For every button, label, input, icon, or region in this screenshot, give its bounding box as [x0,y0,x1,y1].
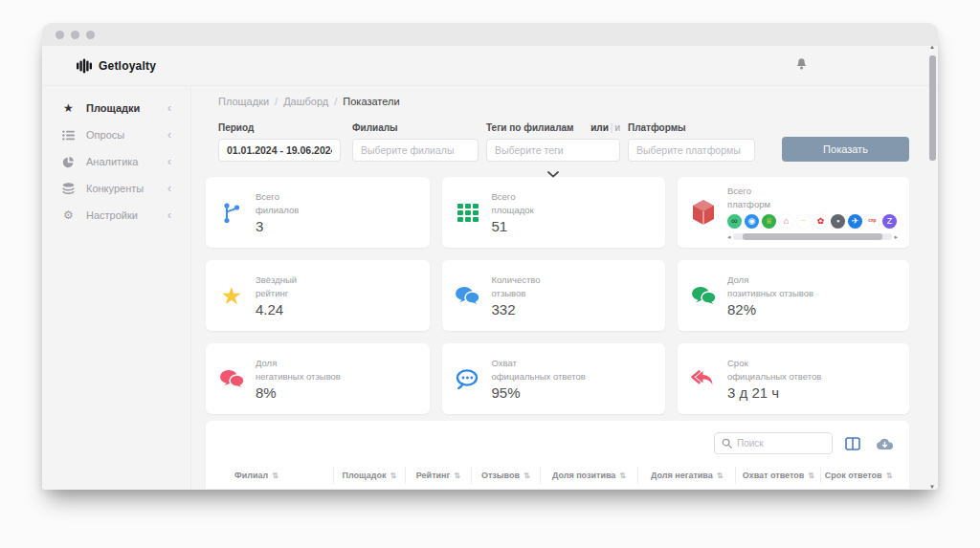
columns-settings-button[interactable] [841,433,864,454]
window-dot[interactable] [86,31,95,39]
sort-icon: ⇅ [390,471,396,480]
list-icon [61,130,76,141]
search-icon [722,435,732,452]
brand-logo[interactable]: Getloyalty [77,58,156,74]
tags-select[interactable] [486,139,620,162]
layers-icon [61,183,76,194]
column-header-locations[interactable]: Площадок⇅ [333,467,405,484]
stat-card-review-count: Количество отзывов 332 [442,260,666,331]
chevron-down-icon[interactable] [547,164,559,182]
sidebar-item-nastroyki[interactable]: ⚙ Настройки ‹ [42,202,190,229]
stat-card-star-rating: ★ Звёздный рейтинг 4.24 [206,260,430,331]
scroll-down-arrow-icon[interactable]: ▼ [928,484,936,490]
table-search[interactable] [714,432,833,454]
branch-icon [217,200,246,225]
stat-card-positive-share: Доля позитивных отзывов 82% [678,260,909,331]
column-header-reviews[interactable]: Отзывов⇅ [471,467,540,484]
stat-card-negative-share: Доля негативных отзывов 8% [206,343,430,414]
branches-label: Филиалы [352,122,398,133]
scroll-up-arrow-icon[interactable]: ▲ [928,44,936,50]
chat-bubbles-icon [217,369,246,389]
chevron-left-icon[interactable]: ‹ [167,182,171,195]
column-header-positive-share[interactable]: Доля позитива⇅ [540,467,637,484]
platform-icon-plane[interactable]: ✈ [848,214,862,229]
platform-icon-briefcase[interactable]: ▪ [831,214,845,229]
column-header-response-coverage[interactable]: Охват ответов⇅ [735,467,820,484]
sort-icon: ⇅ [619,471,626,480]
scrollbar-thumb[interactable] [743,233,883,240]
stat-card-total-branches: Всего филиалов 3 [206,177,430,248]
platform-icon-flamp[interactable]: ✿ [813,214,828,229]
column-header-response-time[interactable]: Срок ответов⇅ [820,467,896,484]
column-header-negative-share[interactable]: Доля негатива⇅ [637,467,735,484]
column-header-rating[interactable]: Рейтинг⇅ [405,467,471,484]
column-header-branch[interactable]: Филиал⇅ [219,467,333,484]
gear-icon: ⚙ [61,208,76,222]
logo-bars-icon [77,58,92,74]
stat-value: 82% [727,301,898,318]
breadcrumb-item-current: Показатели [343,96,399,107]
platforms-label: Платформы [628,122,686,133]
period-input[interactable] [218,139,341,162]
stat-value: 8% [256,384,418,401]
breadcrumb-item[interactable]: Дашборд [283,96,328,107]
sidebar: ★ Площадки ‹ Опросы ‹ [42,86,191,489]
chat-bubbles-icon [689,286,718,306]
cube-icon [689,199,718,226]
platform-icon-house[interactable]: ⌂ [779,214,793,229]
chevron-left-icon[interactable]: ‹ [167,208,171,222]
sidebar-item-analitika[interactable]: Аналитика ‹ [42,148,190,175]
stat-card-response-time: Срок официальных ответов 3 д 21 ч [678,343,909,414]
grid-icon [454,201,482,224]
platform-icon-zoon[interactable]: Z [882,214,897,229]
download-cloud-button[interactable] [873,433,896,454]
sort-icon: ⇅ [886,471,893,480]
platform-icon-crown[interactable]: ♕ [762,214,776,229]
window-titlebar [42,23,938,46]
sort-icon: ⇅ [272,471,278,480]
table-header-row: Филиал⇅ Площадок⇅ Рейтинг⇅ Отзывов⇅ Доля… [219,467,896,484]
chevron-left-icon[interactable]: ‹ [167,101,171,115]
stat-cards-grid: Всего филиалов 3 Всего [206,177,909,414]
platform-icon-otzovik[interactable]: ∞ [727,214,742,229]
breadcrumb: Площадки / Дашборд / Показатели [218,96,909,107]
stat-card-response-coverage: Охват официальных ответов 95% [442,343,666,414]
bell-icon[interactable] [794,56,809,76]
chevron-left-icon[interactable]: ‹ [167,128,171,142]
window-dot[interactable] [56,31,64,39]
show-button[interactable]: Показать [782,137,909,162]
stat-value: 332 [492,301,655,318]
search-input[interactable] [737,438,825,449]
stat-card-total-platforms: Всего платформ ∞ ◉ ♕ ⌂ ··· ✿ ▪ ✈ спр [678,177,909,248]
platform-icon-map-pin[interactable]: ◉ [745,214,759,229]
breadcrumb-item[interactable]: Площадки [218,96,269,107]
vertical-scrollbar[interactable]: ▲ ▼ [928,48,936,488]
sidebar-item-konkurenty[interactable]: Конкуренты ‹ [42,175,190,202]
star-icon: ★ [217,284,246,308]
pie-chart-icon [61,156,76,168]
platform-icon-spr[interactable]: спр [865,214,880,229]
sort-icon: ⇅ [523,471,530,480]
chat-bubbles-icon [454,286,482,306]
branches-select[interactable] [352,139,479,162]
scroll-right-arrow-icon[interactable]: ▸ [894,233,898,240]
tags-mode-toggle[interactable]: или|и [590,122,620,133]
sidebar-item-ploshchadki[interactable]: ★ Площадки ‹ [42,95,190,121]
window-dot[interactable] [71,31,79,39]
sidebar-item-oprosy[interactable]: Опросы ‹ [42,121,190,148]
reply-arrows-icon [689,368,718,389]
platform-icon-text-badge[interactable]: ··· [796,214,811,229]
platforms-horizontal-scrollbar: ◂ ▸ [727,233,898,240]
main-content: Площадки / Дашборд / Показатели Период Ф… [191,86,938,489]
platform-icons-row: ∞ ◉ ♕ ⌂ ··· ✿ ▪ ✈ спр Z [727,214,898,229]
stat-value: 3 д 21 ч [727,384,898,401]
scroll-left-arrow-icon[interactable]: ◂ [727,233,731,240]
app-header: Getloyalty [42,46,938,86]
stat-card-total-locations: Всего площадок 51 [442,177,666,248]
period-label: Период [218,122,254,133]
chevron-left-icon[interactable]: ‹ [167,155,171,168]
filters-bar: Период Филиалы Теги по филиалам или|и [218,122,909,162]
scrollbar-thumb[interactable] [929,55,936,161]
stat-value: 3 [256,218,418,234]
platforms-select[interactable] [628,139,755,162]
